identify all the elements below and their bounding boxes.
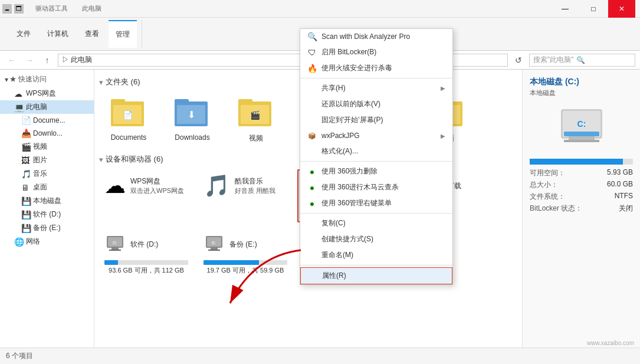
ribbon-group-nav: 文件 计算机 查看 管理: [5, 20, 142, 48]
360-delete-icon: ●: [307, 167, 317, 176]
sidebar-item-pictures[interactable]: 🖼 图片: [0, 153, 94, 167]
drive-kuwo-icon: 🎵: [204, 173, 230, 198]
refresh-button[interactable]: ↺: [511, 53, 526, 67]
sidebar-item-thispc[interactable]: 💻 此电脑: [0, 100, 94, 114]
drive-kuwo-sub: 好音质 用酷我: [235, 186, 287, 195]
devices-toggle: ▾: [99, 155, 103, 164]
right-panel-progress: [530, 159, 633, 165]
sidebar-quick-access[interactable]: ▾ ★ 快速访问: [0, 72, 94, 87]
ctx-huorong[interactable]: 🔥 使用火绒安全进行杀毒: [300, 60, 452, 76]
svg-rect-30: [111, 248, 119, 250]
ctx-wxpack[interactable]: 📦 wxPackJPG ▶: [300, 128, 452, 143]
maximize-btn[interactable]: 🗖: [14, 4, 24, 14]
video-icon: 🎬: [21, 142, 31, 152]
wps-icon: ☁: [14, 89, 24, 99]
drive-e[interactable]: E: 备份 (E:) 19.7 GB 可用，共 59.9 GB: [198, 227, 293, 279]
status-bar: 6 个项目: [0, 347, 640, 364]
sidebar-item-documents[interactable]: 📄 Docume...: [0, 114, 94, 127]
ctx-sep-2: [300, 161, 452, 162]
title-bar: 🗕 🗖 驱动器工具 此电脑 — □ ✕: [0, 0, 640, 18]
watermark: www.xazaibo.com: [587, 340, 634, 346]
ctx-shortcut[interactable]: 创建快捷方式(S): [300, 231, 452, 247]
right-panel-title: 本地磁盘 (C:): [530, 77, 633, 87]
svg-rect-40: [569, 136, 595, 140]
folder-documents[interactable]: 📄 Documents: [99, 92, 158, 147]
tab-driver-tools[interactable]: 驱动器工具: [28, 0, 75, 17]
right-panel-progress-bar: [530, 159, 623, 165]
sidebar-item-downloads[interactable]: 📥 Downlo...: [0, 127, 94, 140]
ctx-restore[interactable]: 还原以前的版本(V): [300, 96, 452, 112]
window-maximize[interactable]: □: [580, 0, 607, 18]
search-box[interactable]: 搜索"此电脑" 🔍: [529, 54, 635, 67]
properties-icon: [308, 271, 317, 281]
svg-text:D:: D:: [113, 240, 117, 245]
ctx-copy[interactable]: 复制(C): [300, 215, 452, 231]
ctx-properties[interactable]: 属性(R): [300, 267, 452, 284]
ctx-360-delete[interactable]: ● 使用 360强力删除: [300, 163, 452, 179]
folder-documents-label: Documents: [111, 133, 147, 142]
svg-rect-41: [564, 140, 599, 142]
drive-wps-sub: 双击进入WPS网盘: [130, 186, 188, 195]
forward-button[interactable]: →: [22, 53, 37, 67]
network-icon: 🌐: [14, 237, 24, 247]
drive-d-icon: D:: [104, 231, 126, 258]
right-panel: 本地磁盘 (C:) 本地磁盘 C: 可用空间： 5.93 GB 总大小： 60.…: [522, 70, 640, 347]
thispc-icon: 💻: [14, 103, 24, 112]
drive-d[interactable]: D: 软件 (D:) 93.6 GB 可用，共 112 GB: [99, 227, 193, 279]
sidebar-item-music[interactable]: 🎵 音乐: [0, 167, 94, 181]
folder-downloads-label: Downloads: [175, 133, 209, 142]
drive-wps-icon: ☁: [104, 173, 126, 198]
ctx-scan-disk[interactable]: 🔍 Scan with Disk Analyzer Pro: [300, 29, 452, 44]
drive-kuwo[interactable]: 🎵 酷我音乐 好音质 用酷我: [198, 169, 293, 222]
svg-text:C:: C:: [577, 119, 586, 129]
ctx-share[interactable]: 共享(H) ▶: [300, 80, 452, 96]
folder-video-label: 视频: [249, 133, 263, 143]
drive-wps[interactable]: ☁ WPS网盘 双击进入WPS网盘: [99, 169, 193, 222]
back-button[interactable]: ←: [5, 53, 19, 67]
folder-video-icon: 🎬: [238, 96, 274, 131]
minimize-btn[interactable]: 🗕: [2, 4, 12, 14]
sidebar-item-backup[interactable]: 💾 备份 (E:): [0, 221, 94, 235]
sidebar-item-wps[interactable]: ☁ WPS网盘: [0, 87, 94, 100]
sidebar-item-desktop[interactable]: 🖥 桌面: [0, 181, 94, 194]
desktop-icon: 🖥: [21, 183, 31, 192]
360-trojan-icon: ●: [307, 183, 317, 192]
ctx-pin[interactable]: 固定到'开始'屏幕(P): [300, 112, 452, 128]
ctx-format[interactable]: 格式化(A)...: [300, 143, 452, 159]
pictures-icon: 🖼: [21, 156, 31, 165]
ctx-sep-4: [300, 265, 452, 265]
tab-this-pc[interactable]: 此电脑: [75, 0, 109, 17]
tab-manage[interactable]: 管理: [109, 20, 137, 48]
svg-text:E:: E:: [212, 240, 216, 245]
tab-computer[interactable]: 计算机: [40, 20, 76, 48]
svg-rect-1: [111, 99, 125, 105]
window-close[interactable]: ✕: [608, 0, 635, 18]
svg-rect-9: [238, 99, 252, 105]
window-controls[interactable]: 🗕 🗖: [2, 4, 24, 14]
folder-video[interactable]: 🎬 视频: [227, 92, 285, 147]
svg-rect-5: [175, 99, 189, 105]
right-panel-total-row: 总大小： 60.0 GB: [530, 180, 633, 190]
chevron-icon: ▾: [5, 76, 8, 84]
ctx-bitlocker[interactable]: 🛡 启用 BitLocker(B): [300, 44, 452, 60]
svg-text:⬇: ⬇: [188, 110, 195, 120]
folder-downloads-icon: ⬇: [175, 96, 210, 131]
copy-icon: [307, 219, 317, 228]
sidebar-item-localdisk[interactable]: 💾 本地磁盘: [0, 194, 94, 208]
drive-e-progress-bar: [204, 260, 287, 265]
folder-downloads[interactable]: ⬇ Downloads: [163, 92, 222, 147]
ctx-360-menu[interactable]: ● 使用 360管理右键菜单: [300, 195, 452, 211]
localdisk-icon: 💾: [21, 196, 31, 206]
svg-rect-43: [564, 132, 599, 136]
window-minimize[interactable]: —: [552, 0, 579, 18]
folders-toggle: ▾: [99, 78, 103, 87]
up-button[interactable]: ↑: [40, 53, 54, 67]
tab-view[interactable]: 查看: [78, 20, 106, 48]
sidebar-item-software[interactable]: 💾 软件 (D:): [0, 208, 94, 221]
sidebar-item-video[interactable]: 🎬 视频: [0, 140, 94, 153]
sidebar-item-network[interactable]: 🌐 网络: [0, 235, 94, 248]
ctx-360-trojan[interactable]: ● 使用 360进行木马云查杀: [300, 179, 452, 195]
ribbon-tabs: 驱动器工具 此电脑: [28, 0, 109, 17]
ctx-rename[interactable]: 重命名(M): [300, 247, 452, 263]
tab-file[interactable]: 文件: [9, 20, 38, 48]
